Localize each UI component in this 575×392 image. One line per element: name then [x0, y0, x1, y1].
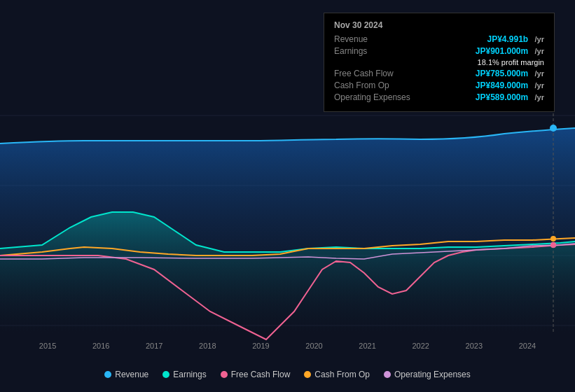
- legend-dot-revenue: [104, 371, 111, 378]
- legend-label-earnings: Earnings: [173, 370, 206, 379]
- legend-dot-fcf: [221, 371, 228, 378]
- legend-label-cfo: Cash From Op: [314, 370, 370, 379]
- legend-revenue[interactable]: Revenue: [104, 370, 148, 379]
- tooltip-value-fcf: JP¥785.000m /yr: [476, 69, 544, 78]
- legend-earnings[interactable]: Earnings: [162, 370, 206, 379]
- x-label-2019: 2019: [252, 342, 269, 350]
- x-label-2016: 2016: [92, 342, 109, 350]
- tooltip-label-fcf: Free Cash Flow: [334, 69, 411, 78]
- tooltip-row-fcf: Free Cash Flow JP¥785.000m /yr: [334, 69, 544, 78]
- legend-dot-opex: [384, 371, 391, 378]
- tooltip-box: Nov 30 2024 Revenue JP¥4.991b /yr Earnin…: [324, 13, 555, 112]
- tooltip-row-cfo: Cash From Op JP¥849.000m /yr: [334, 80, 544, 90]
- legend: Revenue Earnings Free Cash Flow Cash Fro…: [0, 370, 575, 379]
- tooltip-row-opex: Operating Expenses JP¥589.000m /yr: [334, 92, 544, 102]
- legend-label-opex: Operating Expenses: [394, 370, 471, 379]
- fcf-dot: [550, 242, 556, 248]
- legend-label-fcf: Free Cash Flow: [231, 370, 291, 379]
- x-label-2018: 2018: [199, 342, 216, 350]
- x-label-2015: 2015: [39, 342, 56, 350]
- tooltip-label-cfo: Cash From Op: [334, 80, 411, 90]
- x-label-2022: 2022: [412, 342, 429, 350]
- tooltip-label-opex: Operating Expenses: [334, 92, 411, 102]
- x-label-2020: 2020: [305, 342, 322, 350]
- x-label-2017: 2017: [146, 342, 162, 350]
- legend-label-revenue: Revenue: [115, 370, 148, 379]
- tooltip-row-revenue: Revenue JP¥4.991b /yr: [334, 34, 544, 44]
- x-labels: 2015 2016 2017 2018 2019 2020 2021 2022 …: [0, 342, 575, 350]
- tooltip-label-revenue: Revenue: [334, 34, 411, 44]
- cfo-dot: [550, 236, 556, 241]
- tooltip-value-opex: JP¥589.000m /yr: [476, 92, 544, 102]
- legend-dot-cfo: [304, 371, 311, 378]
- x-label-2024: 2024: [519, 342, 536, 350]
- tooltip-row-earnings: Earnings JP¥901.000m /yr: [334, 46, 544, 56]
- legend-cfo[interactable]: Cash From Op: [304, 370, 370, 379]
- tooltip-value-earnings: JP¥901.000m /yr: [476, 46, 544, 56]
- x-label-2021: 2021: [359, 342, 375, 350]
- x-label-2023: 2023: [466, 342, 483, 350]
- tooltip-row-profit-margin: 18.1% profit margin: [334, 58, 544, 66]
- tooltip-label-earnings: Earnings: [334, 46, 411, 56]
- legend-dot-earnings: [162, 371, 169, 378]
- tooltip-value-cfo: JP¥849.000m /yr: [476, 80, 544, 90]
- legend-opex[interactable]: Operating Expenses: [384, 370, 471, 379]
- chart-svg: [0, 108, 575, 346]
- revenue-dot: [550, 125, 557, 132]
- chart-container: Nov 30 2024 Revenue JP¥4.991b /yr Earnin…: [0, 0, 575, 392]
- tooltip-date: Nov 30 2024: [334, 20, 544, 30]
- tooltip-profit-margin: 18.1% profit margin: [478, 58, 544, 66]
- legend-fcf[interactable]: Free Cash Flow: [221, 370, 291, 379]
- tooltip-value-revenue: JP¥4.991b /yr: [487, 34, 544, 44]
